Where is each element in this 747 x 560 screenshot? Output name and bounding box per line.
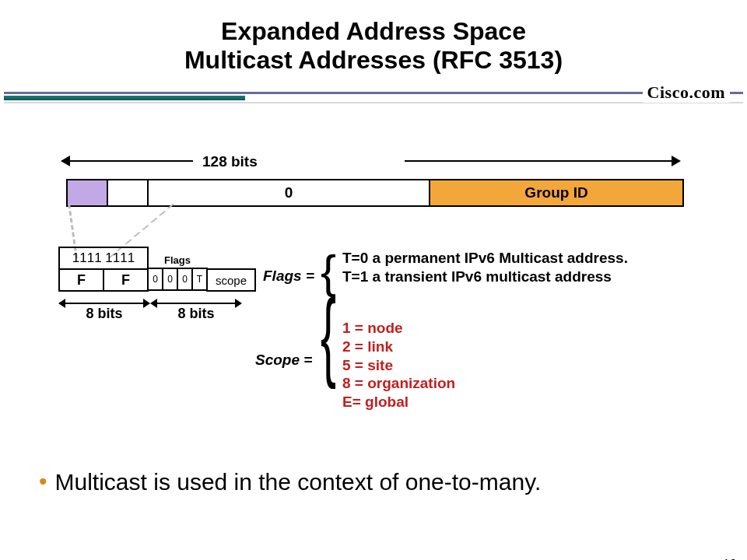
ff-row: F F Flags 0 0 0 T scope (58, 268, 256, 292)
ff-cell-1: F (58, 268, 104, 292)
width-arrow-right (405, 160, 673, 162)
flag-bit-0: 0 (147, 268, 163, 291)
flag-bit-1: 0 (162, 268, 178, 291)
seg-zero: 0 (149, 180, 430, 205)
mini-arrow-2 (156, 303, 236, 304)
bin-1111: 1111 1111 (58, 247, 149, 270)
scope-desc: 1 = node 2 = link 5 = site 8 = organizat… (342, 319, 455, 411)
eightbits-2-label: 8 bits (177, 306, 214, 321)
flags-desc: T=0 a permanent IPv6 Multicast address. … (342, 249, 628, 286)
bullet-item: • Multicast is used in the context of on… (39, 468, 716, 496)
scope-brace-icon: { (321, 287, 336, 385)
flags-desc-1: T=0 a permanent IPv6 Multicast address. (342, 249, 628, 268)
scope-desc-5: E= global (342, 393, 455, 411)
slide: Expanded Address Space Multicast Address… (0, 17, 747, 560)
scope-label: Scope = (255, 352, 312, 369)
flag-bits: 0 0 0 T (147, 268, 208, 291)
brand-logo: Cisco.com (643, 82, 730, 103)
rule-purple (4, 92, 743, 94)
flags-desc-2: T=1 a transient IPv6 multicast address (342, 268, 628, 286)
footer-page: 16 (723, 556, 736, 560)
flags-group: Flags 0 0 0 T (147, 268, 208, 292)
flag-bit-T: T (191, 268, 208, 291)
eightbits-2: 8 bits (150, 298, 242, 322)
flags-label: Flags = (263, 268, 314, 285)
seg-group: Group ID (430, 180, 682, 205)
header-rule: Cisco.com (0, 86, 747, 103)
seg-gap (108, 180, 149, 205)
rule-teal (4, 96, 245, 100)
mini-arrow-1 (65, 303, 144, 304)
scope-desc-3: 5 = site (342, 356, 455, 375)
scope-desc-1: 1 = node (342, 319, 455, 338)
bullet-text: Multicast is used in the context of one-… (55, 468, 542, 496)
address-bar: 0 Group ID (66, 179, 684, 207)
flags-mini-label: Flags (147, 254, 208, 266)
scope-desc-2: 2 = link (342, 338, 455, 356)
flag-bit-2: 0 (177, 268, 193, 291)
scope-desc-4: 8 = organization (342, 374, 455, 393)
rule-grey (4, 102, 743, 103)
eightbits-1: 8 bits (58, 298, 150, 322)
width-arrow-left (68, 160, 193, 162)
width-label: 128 bits (202, 153, 258, 170)
scope-cell: scope (206, 268, 256, 292)
title-line2: Multicast Addresses (RFC 3513) (0, 46, 747, 75)
eightbits-1-label: 8 bits (86, 306, 122, 321)
ff-detail: 1111 1111 F F Flags 0 0 0 T scope 8 bits (58, 247, 256, 322)
bullet-dot-icon: • (39, 468, 47, 496)
seg-prefix (68, 180, 108, 205)
page-title: Expanded Address Space Multicast Address… (0, 17, 747, 75)
ff-cell-2: F (103, 268, 149, 292)
eightbits-row: 8 bits 8 bits (58, 298, 256, 322)
title-line1: Expanded Address Space (0, 17, 747, 46)
